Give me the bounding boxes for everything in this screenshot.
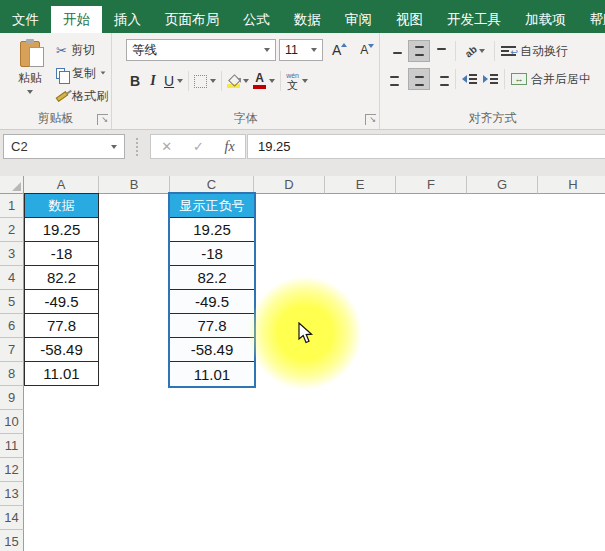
formula-input[interactable]: 19.25 <box>247 134 605 159</box>
merge-center-button[interactable]: ↔ 合并后居中 <box>508 71 594 88</box>
clipboard-group-label: 剪贴板 <box>0 110 111 127</box>
cell-C2[interactable]: 19.25 <box>170 218 254 242</box>
formula-bar-strip: C2 ✕ ✓ fx 19.25 <box>0 130 605 176</box>
format-painter-label: 格式刷 <box>72 88 108 105</box>
tab-help[interactable]: 帮助 <box>578 6 605 33</box>
cell-A3[interactable]: -18 <box>24 241 99 266</box>
shrink-font-button[interactable]: A <box>356 41 378 59</box>
align-center-button[interactable] <box>408 68 430 90</box>
borders-button[interactable] <box>192 70 218 92</box>
font-color-caret[interactable] <box>269 79 275 83</box>
phonetic-button[interactable]: wén文 <box>284 70 310 92</box>
tab-formulas[interactable]: 公式 <box>231 6 282 33</box>
cell-C8[interactable]: 11.01 <box>170 362 254 386</box>
cell-A6[interactable]: 77.8 <box>24 313 99 338</box>
tab-view[interactable]: 视图 <box>384 6 435 33</box>
cell-C1[interactable]: 显示正负号 <box>170 194 254 218</box>
bold-button[interactable]: B <box>126 70 144 92</box>
row-header-8[interactable]: 8 <box>0 362 24 386</box>
paste-button[interactable]: 粘贴 <box>7 39 53 115</box>
font-dialog-launcher[interactable]: ↘ <box>365 114 376 125</box>
paste-dropdown-caret[interactable] <box>27 90 33 94</box>
decrease-indent-button[interactable] <box>459 68 480 90</box>
row-header-12[interactable]: 12 <box>0 458 24 482</box>
cell-A5[interactable]: -49.5 <box>24 289 99 314</box>
column-header-D[interactable]: D <box>254 176 325 194</box>
align-right-button[interactable] <box>430 68 452 90</box>
clipboard-small-buttons: ✂ 剪切 复制 格式刷 <box>56 41 108 105</box>
cell-A4[interactable]: 82.2 <box>24 265 99 290</box>
row-header-7[interactable]: 7 <box>0 338 24 362</box>
tab-add-ins[interactable]: 加载项 <box>513 6 578 33</box>
cell-A7[interactable]: -58.49 <box>24 337 99 362</box>
tab-data[interactable]: 数据 <box>282 6 333 33</box>
select-all-button[interactable] <box>0 176 24 194</box>
cell-C3[interactable]: -18 <box>170 242 254 266</box>
insert-function-button[interactable]: fx <box>225 139 235 155</box>
align-middle-button[interactable] <box>408 40 430 62</box>
fill-color-caret[interactable] <box>243 79 249 83</box>
paste-clipboard-icon <box>20 41 40 67</box>
font-color-button[interactable]: A <box>251 70 277 92</box>
cell-C7[interactable]: -58.49 <box>170 338 254 362</box>
fill-color-button[interactable] <box>225 70 251 92</box>
row-header-11[interactable]: 11 <box>0 434 24 458</box>
data-table: 数据19.25-1882.2-49.577.8-58.4911.01 <box>24 193 99 386</box>
align-bottom-button[interactable] <box>430 40 452 62</box>
column-header-A[interactable]: A <box>24 176 99 194</box>
font-size-select[interactable]: 11 <box>279 39 323 61</box>
cancel-button[interactable]: ✕ <box>161 139 172 154</box>
row-header-10[interactable]: 10 <box>0 410 24 434</box>
name-box[interactable]: C2 <box>3 134 125 159</box>
row-header-13[interactable]: 13 <box>0 482 24 506</box>
cell-A1[interactable]: 数据 <box>24 193 99 218</box>
name-box-caret[interactable] <box>111 145 117 149</box>
wrap-text-button[interactable]: ↩ 自动换行 <box>498 43 571 60</box>
format-painter-button[interactable]: 格式刷 <box>56 87 108 105</box>
tab-page-layout[interactable]: 页面布局 <box>153 6 231 33</box>
grow-font-button[interactable]: A <box>328 40 351 60</box>
align-top-button[interactable] <box>386 40 408 62</box>
phonetic-caret[interactable] <box>302 79 308 83</box>
cell-C5[interactable]: -49.5 <box>170 290 254 314</box>
tab-developer[interactable]: 开发工具 <box>435 6 513 33</box>
row-header-4[interactable]: 4 <box>0 266 24 290</box>
tab-insert[interactable]: 插入 <box>102 6 153 33</box>
font-name-select[interactable]: 等线 <box>126 39 276 61</box>
cell-C6[interactable]: 77.8 <box>170 314 254 338</box>
copy-button[interactable]: 复制 <box>56 64 108 82</box>
tab-file[interactable]: 文件 <box>0 6 51 33</box>
increase-indent-button[interactable] <box>480 68 501 90</box>
row-header-6[interactable]: 6 <box>0 314 24 338</box>
cell-A8[interactable]: 11.01 <box>24 361 99 386</box>
row-header-3[interactable]: 3 <box>0 242 24 266</box>
column-header-H[interactable]: H <box>538 176 605 194</box>
cut-button[interactable]: ✂ 剪切 <box>56 41 108 59</box>
column-header-G[interactable]: G <box>467 176 538 194</box>
formula-bar-resize-handle[interactable] <box>136 138 138 156</box>
underline-caret[interactable] <box>177 79 183 83</box>
enter-button[interactable]: ✓ <box>193 139 204 154</box>
cell-C4[interactable]: 82.2 <box>170 266 254 290</box>
align-left-button[interactable] <box>386 68 408 90</box>
tab-home[interactable]: 开始 <box>51 6 102 33</box>
borders-caret[interactable] <box>210 79 216 83</box>
row-header-2[interactable]: 2 <box>0 218 24 242</box>
column-header-E[interactable]: E <box>325 176 396 194</box>
clipboard-dialog-launcher[interactable]: ↘ <box>97 114 108 125</box>
row-header-1[interactable]: 1 <box>0 194 24 218</box>
copy-dropdown-caret[interactable] <box>101 71 106 74</box>
row-header-9[interactable]: 9 <box>0 386 24 410</box>
orientation-button[interactable]: ab <box>459 40 491 62</box>
column-header-F[interactable]: F <box>396 176 467 194</box>
borders-icon <box>194 75 207 88</box>
italic-button[interactable]: I <box>144 70 162 92</box>
underline-button[interactable]: U <box>162 70 185 92</box>
cell-A2[interactable]: 19.25 <box>24 217 99 242</box>
tab-review[interactable]: 审阅 <box>333 6 384 33</box>
column-header-B[interactable]: B <box>99 176 170 194</box>
row-header-15[interactable]: 15 <box>0 530 24 551</box>
row-header-5[interactable]: 5 <box>0 290 24 314</box>
row-header-14[interactable]: 14 <box>0 506 24 530</box>
paste-label: 粘贴 <box>18 70 42 87</box>
